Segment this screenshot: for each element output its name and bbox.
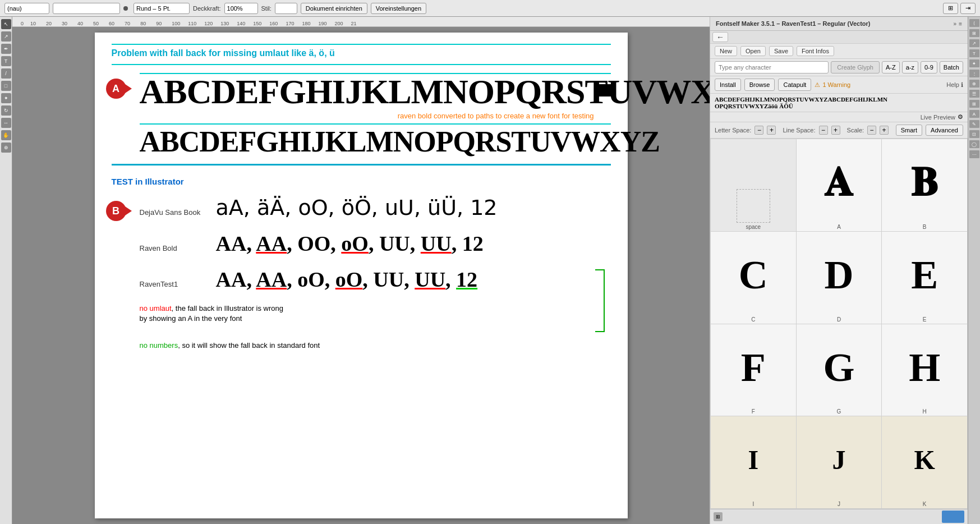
layout-button[interactable]: ⇥ [960,3,976,14]
direct-select-tool[interactable]: ↗ [1,31,11,42]
right-icon-3[interactable]: ↗ [969,39,979,47]
note-line2: by showing an A in the very font [140,313,611,323]
right-icon-9[interactable]: ⊞ [969,100,979,108]
brush-tool[interactable]: ✦ [1,93,11,103]
glyph-cell-g[interactable]: G G [797,324,882,416]
scale-label: Scale: [847,127,864,134]
letter-space-plus[interactable]: + [767,126,776,135]
ruler-10: 10 [30,21,36,26]
smart-button[interactable]: Smart [896,125,922,136]
batch-button[interactable]: Batch [940,61,963,73]
type-tool[interactable]: T [1,56,11,66]
scale-minus[interactable]: − [867,126,876,135]
arrange-button[interactable]: ⊞ [943,3,958,14]
pen-tool[interactable]: ✒ [1,44,11,54]
install-button[interactable]: Install [715,79,741,91]
select-tool[interactable]: ↖ [1,19,11,29]
glyph-char-i: I [748,420,758,500]
panel-bottom-icon1[interactable]: ⊞ [714,512,723,521]
right-icon-4[interactable]: T [969,49,979,57]
rect-tool[interactable]: □ [1,81,11,91]
rt-u: U [389,268,404,291]
rt-oo-underline: oO [335,268,363,291]
glyph-cell-a[interactable]: 𝐀 A [797,139,882,231]
open-button[interactable]: Open [740,46,766,56]
type-char-input[interactable] [715,61,829,73]
glyph-cell-j[interactable]: J J [797,416,882,508]
glyph-cell-h[interactable]: H H [882,324,967,416]
font-infos-button[interactable]: Font Infos [797,46,834,56]
abc-row-container: ABCDEFGHIJKLMNOPQRSTUVWXYZ raven bold co… [140,68,611,125]
glyph-cell-f[interactable]: F F [711,324,796,416]
right-icon-14[interactable]: ⋯ [969,150,979,158]
blue-action-box[interactable] [942,511,964,523]
num-button[interactable]: 0-9 [921,61,937,73]
ruler-80: 80 [140,21,146,26]
glyph-cell-space[interactable]: space [711,139,796,231]
new-button[interactable]: New [715,46,737,56]
opacity-control[interactable]: 100% [224,3,258,14]
right-icon-8[interactable]: ☰ [969,90,979,98]
glyph-cell-e[interactable]: E E [882,232,967,324]
scale-tool[interactable]: ↔ [1,118,11,128]
doc-setup-button[interactable]: Dokument einrichten [301,3,367,14]
glyph-cell-i[interactable]: I I [711,416,796,508]
brush-size[interactable]: Rund – 5 Pt. [134,3,190,14]
letter-space-minus[interactable]: − [754,126,763,135]
browse-button[interactable]: Browse [744,79,775,91]
right-icon-10[interactable]: A [969,110,979,118]
line-space-plus[interactable]: + [831,126,840,135]
line-space-minus[interactable]: − [819,126,828,135]
ruler-marks: 0 10 20 30 40 50 60 70 80 90 100 110 120… [12,21,365,26]
glyph-cell-d[interactable]: D D [797,232,882,324]
glyph-char-g: G [823,328,854,408]
install-row: Install Browse Catapult ⚠ 1 Warning Help… [710,76,968,94]
right-icon-6[interactable]: ⋮ [969,70,979,77]
live-preview-gear-icon[interactable]: ⚙ [958,113,963,121]
expand-icon[interactable]: » [954,21,957,27]
right-icon-12[interactable]: ⊡ [969,130,979,138]
right-icon-11[interactable]: ✎ [969,120,979,128]
right-icon-13[interactable]: ◯ [969,140,979,148]
warning-badge[interactable]: ⚠ 1 Warning [815,81,850,89]
zoom-tool[interactable]: ⊕ [1,143,11,153]
preferences-button[interactable]: Voreinstellungen [371,3,426,14]
right-icon-7[interactable]: ⊕ [969,80,979,88]
right-icon-1[interactable]: ⟨ [969,19,979,27]
right-icon-2[interactable]: ⊞ [969,29,979,37]
style-control[interactable] [275,3,297,14]
save-button[interactable]: Save [769,46,793,56]
help-button[interactable]: Help ℹ [946,81,963,89]
catapult-button[interactable]: Catapult [778,79,811,91]
glyph-cell-c[interactable]: C C [711,232,796,324]
right-icons: ⟨ ⊞ ↗ T ✦ ⋮ ⊕ ☰ ⊞ A ✎ ⊡ ◯ ⋯ [968,17,980,524]
line-tool[interactable]: / [1,68,11,79]
layer-select2[interactable] [53,3,120,14]
az-button[interactable]: A-Z [882,61,900,73]
ruler-130: 130 [220,21,229,26]
back-button[interactable]: ← [712,32,728,42]
hand-tool[interactable]: ✋ [1,130,11,140]
glyph-char-f: F [741,328,766,408]
raventest-label: RavenTest1 [140,280,207,288]
rotate-tool[interactable]: ↻ [1,105,11,116]
glyph-cell-b[interactable]: 𝐁 B [882,139,967,231]
az-lower-button[interactable]: a-z [902,61,918,73]
label-b-badge: B [106,201,126,221]
notes-area: no umlaut, the fall back in Illustrator … [140,303,611,323]
test-label: TEST in Illustrator [112,177,611,186]
glyph-label-e: E [923,316,927,323]
create-glyph-button[interactable]: Create Glyph [831,61,880,73]
document-page: Problem with fall back for missing umlau… [95,33,628,518]
ruler-20: 20 [46,21,52,26]
ruler-60: 60 [109,21,114,26]
space-dashed-box [737,189,770,223]
advanced-button[interactable]: Advanced [926,125,963,136]
glyph-label-f: F [752,408,755,415]
scale-plus[interactable]: + [880,126,889,135]
layer-select[interactable]: (nau) [4,3,49,14]
glyph-cell-k[interactable]: K K [882,416,967,508]
panel-menu-icon[interactable]: ≡ [959,21,962,27]
glyph-label-g: G [837,408,841,415]
right-icon-5[interactable]: ✦ [969,59,979,67]
